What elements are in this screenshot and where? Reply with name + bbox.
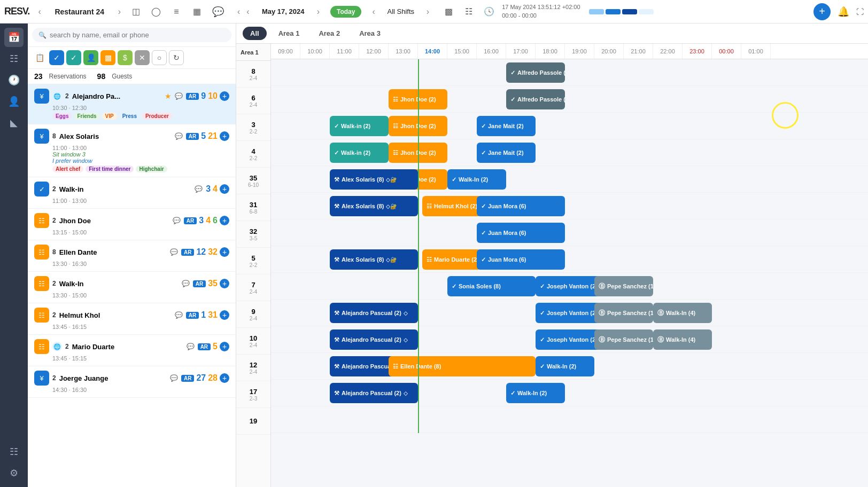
next-shift-btn[interactable]: › — [424, 6, 431, 18]
res-block-pepe3[interactable]: Ⓑ Pepe Sanchez (10) — [594, 329, 653, 350]
sidebar-grid2-icon[interactable]: ☷ — [4, 442, 24, 461]
ar-label: AR — [181, 375, 194, 382]
add-table-btn[interactable]: + — [220, 216, 229, 225]
add-table-btn[interactable]: + — [220, 247, 229, 257]
chart-view-icon[interactable]: ▦ — [188, 3, 205, 20]
tab-area1[interactable]: Area 1 — [271, 27, 307, 40]
filter-history-icon[interactable]: 📋 — [32, 50, 47, 65]
add-table-btn[interactable]: + — [220, 184, 229, 194]
sidebar-settings-icon[interactable]: ⚙ — [4, 464, 24, 483]
notification-btn[interactable]: 🔔 — [835, 3, 852, 20]
res-block-alexsolaris2[interactable]: ⚒ Alex Solaris (8) ◇🔐 — [330, 196, 418, 216]
res-block-alfredo2[interactable]: ✓ Alfredo Passole (2) — [506, 89, 565, 109]
clock-icon[interactable]: 🕓 — [480, 3, 498, 20]
res-block-alfredo1[interactable]: ✓ Alfredo Passole (2) — [506, 62, 565, 83]
res-block-juanmora3[interactable]: ✓ Juan Mora (6) — [477, 249, 565, 270]
bar-chart-icon[interactable]: ▩ — [440, 3, 457, 20]
add-table-btn[interactable]: + — [220, 373, 229, 383]
res-block-pepe1[interactable]: Ⓑ Pepe Sanchez (10) — [594, 276, 653, 296]
tab-area2[interactable]: Area 2 — [311, 27, 347, 40]
sidebar-month-icon[interactable]: 🕐 — [4, 70, 24, 90]
timeline-scroll[interactable]: 09:00 10:00 11:00 12:00 13:00 14:00 15:0… — [271, 44, 868, 487]
next-date-btn[interactable]: › — [315, 6, 322, 18]
split-view-icon[interactable]: ◫ — [127, 3, 144, 20]
list-item[interactable]: ¥ 2 Joerge Juange 💬 AR 27 28 + 14:30 · 1… — [28, 366, 236, 398]
res-block-sonia[interactable]: ✓ Sonia Soles (8) — [447, 276, 536, 296]
filter-circle-icon[interactable]: ○ — [152, 50, 167, 65]
add-table-btn[interactable]: + — [220, 342, 229, 351]
res-block-alejandro1[interactable]: ⚒ Alejandro Pascual (2) ◇ — [330, 303, 418, 323]
prev-restaurant-btn[interactable]: ‹ — [36, 6, 43, 18]
block-label: Alejandro Pascual (2) — [342, 390, 401, 396]
block-label: Helmut Khol (2) — [434, 203, 477, 209]
next-restaurant-btn[interactable]: › — [116, 6, 123, 18]
res-block-walkin4[interactable]: Ⓑ Walk-In (4) — [653, 303, 712, 323]
res-block-ellandante[interactable]: ☷ Ellen Dante (8) — [389, 356, 536, 376]
tab-all[interactable]: All — [243, 27, 267, 40]
list-item[interactable]: ☷ 8 Ellen Dante 💬 AR 12 32 + 13:30 · 16:… — [28, 240, 236, 272]
filter-bar-icon[interactable]: ▩ — [100, 50, 115, 65]
add-table-btn[interactable]: + — [220, 91, 229, 101]
area-num: 3 — [251, 121, 255, 129]
res-block-walkin2[interactable]: ✓ Walk-in (2) — [330, 143, 389, 163]
list-item[interactable]: ✓ 2 Walk-in 💬 3 4 + 11:00 · 13:00 — [28, 177, 236, 209]
today-btn[interactable]: Today — [330, 6, 361, 18]
prev-date-btn[interactable]: ‹ — [235, 6, 242, 18]
prev-date-btn2[interactable]: ‹ — [244, 6, 251, 18]
res-block-walkin1[interactable]: ✓ Walk-in (2) — [330, 116, 389, 136]
prev-shift-btn[interactable]: ‹ — [370, 6, 377, 18]
time-15: 15:00 — [447, 44, 477, 59]
res-block-janemait2[interactable]: ✓ Jane Mait (2) — [477, 143, 536, 163]
chat-icon[interactable]: 💬 — [210, 3, 227, 20]
res-block-walkin5[interactable]: Ⓑ Walk-In (4) — [653, 329, 712, 350]
filter-check2-icon[interactable]: ✓ — [66, 50, 81, 65]
res-block-juanmora2[interactable]: ✓ Juan Mora (6) — [477, 223, 565, 243]
res-block-janemait1[interactable]: ✓ Jane Mait (2) — [477, 116, 536, 136]
filter-person-icon[interactable]: 👤 — [83, 50, 98, 65]
grid-icon[interactable]: ☷ — [460, 3, 477, 20]
sidebar-calendar-icon[interactable]: 📅 — [4, 28, 24, 47]
list-item[interactable]: ☷ 2 Jhon Doe 💬 AR 3 4 6 + 13:15 · 15:00 — [28, 209, 236, 240]
list-view-icon[interactable]: ≡ — [168, 3, 185, 20]
res-block-walkin7[interactable]: ✓ Walk-In (2) — [506, 383, 565, 403]
list-item[interactable]: ¥ 🌐 2 Alejandro Pa... ★ 💬 AR 9 10 + 10:3… — [28, 84, 236, 124]
res-block-juanmora1[interactable]: ✓ Juan Mora (6) — [477, 196, 565, 216]
sidebar-chart-icon[interactable]: ◣ — [4, 113, 24, 132]
list-item[interactable]: ¥ 8 Alex Solaris 💬 AR 5 21 + 11:00 · 13:… — [28, 124, 236, 177]
sidebar-person-icon[interactable]: 👤 — [4, 92, 24, 111]
res-block-mario[interactable]: ☷ Mario Duarte (2) — [422, 249, 481, 270]
res-block-alejandro4[interactable]: ⚒ Alejandro Pascual (2) ◇ — [330, 383, 418, 403]
res-block-helmut[interactable]: ☷ Helmut Khol (2) — [422, 196, 481, 216]
add-reservation-btn[interactable]: + — [813, 3, 831, 20]
badge-press: Press — [119, 113, 140, 120]
res-ar-section: AR 9 10 + — [186, 91, 229, 101]
add-table-btn[interactable]: + — [220, 310, 229, 320]
expand-btn[interactable]: ⛶ — [856, 7, 864, 16]
res-count-badge: 2 — [52, 217, 56, 224]
res-block-alexsolaris3[interactable]: ⚒ Alex Solaris (8) ◇🔐 — [330, 249, 418, 270]
filter-dollar-icon[interactable]: $ — [118, 50, 133, 65]
res-block-walkin6[interactable]: ✓ Walk-In (2) — [536, 356, 594, 376]
res-block-alexsolaris1[interactable]: ⚒ Alex Solaris (8) ◇🔐 — [330, 169, 418, 190]
search-input[interactable] — [50, 31, 225, 39]
res-count-badge: 2 — [65, 343, 69, 350]
tab-area3[interactable]: Area 3 — [352, 27, 388, 40]
list-item[interactable]: ☷ 🌐 2 Mario Duarte 💬 AR 5 + 13:45 · 15:1… — [28, 335, 236, 366]
timeline-row: ⚒ Alex Solaris (8) ◇🔐 ☷ Helmut Khol (2) … — [271, 193, 868, 219]
list-item[interactable]: ☷ 2 Walk-In 💬 AR 35 + 13:30 · 15:00 — [28, 272, 236, 303]
add-table-btn[interactable]: + — [220, 279, 229, 288]
check-icon: ✓ — [481, 256, 486, 263]
add-table-btn[interactable]: + — [220, 131, 229, 141]
filter-check-icon[interactable]: ✓ — [49, 50, 64, 65]
timeline-header: 09:00 10:00 11:00 12:00 13:00 14:00 15:0… — [271, 44, 868, 59]
filter-x-icon[interactable]: ✕ — [135, 50, 150, 65]
res-block-pepe2[interactable]: Ⓑ Pepe Sanchez (10) — [594, 303, 653, 323]
globe-icon: 🌐 — [52, 342, 62, 351]
time-00: 00:00 — [712, 44, 741, 59]
list-item[interactable]: ☷ 2 Helmut Khol 💬 AR 1 31 + 13:45 · 16:1… — [28, 303, 236, 335]
sidebar-grid-icon[interactable]: ☷ — [4, 49, 24, 68]
filter-refresh-icon[interactable]: ↻ — [169, 50, 184, 65]
res-block-alejandro2[interactable]: ⚒ Alejandro Pascual (2) ◇ — [330, 329, 418, 350]
circle-view-icon[interactable]: ◯ — [148, 3, 165, 20]
res-block-walkin3[interactable]: ✓ Walk-In (2) — [447, 169, 506, 190]
